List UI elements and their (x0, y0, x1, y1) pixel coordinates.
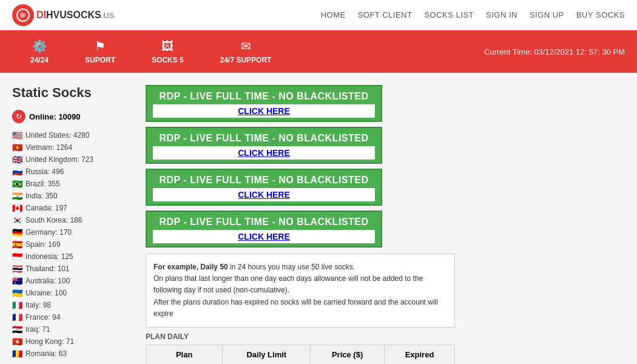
flag-icon: 🇺🇸 (12, 130, 22, 140)
rdp-title: RDP - LIVE FULL TIME - NO BLACKLISTED (153, 217, 375, 228)
rdp-link[interactable]: CLICK HERE (153, 104, 375, 118)
flag-icon: 🇰🇷 (12, 215, 22, 225)
country-name: Iraq: 71 (25, 325, 50, 334)
country-item: 🇦🇺Australia: 100 (12, 275, 133, 287)
country-item: 🇷🇴Romania: 63 (12, 348, 133, 360)
nav-buy-socks[interactable]: BUY SOCKS (576, 10, 625, 19)
flag-icon: 🇫🇷 (12, 312, 22, 322)
country-item: 🇫🇷France: 94 (12, 311, 133, 323)
online-badge: ↻ Online: 10090 (12, 110, 133, 123)
info-text4: After the plans duration has expired no … (153, 298, 438, 318)
toolbar-socks5-label: SOCKS 5 (152, 56, 184, 64)
country-list: 🇺🇸United States: 4280🇻🇳Vietnam: 1264🇬🇧Un… (12, 129, 133, 360)
country-name: Canada: 197 (25, 204, 67, 212)
rdp-title: RDP - LIVE FULL TIME - NO BLACKLISTED (153, 133, 375, 144)
flag-icon: 🇷🇴 (12, 349, 22, 359)
flag-icon: 🇦🇺 (12, 276, 22, 286)
flag-icon: 🇮🇹 (12, 300, 22, 310)
country-name: Romania: 63 (25, 349, 67, 358)
rdp-link[interactable]: CLICK HERE (153, 230, 375, 243)
toolbar-support247-label: 24/7 SUPPORT (220, 56, 272, 64)
toolbar-items: ⚙️ 24/24 ⚑ SUPORT 🖼 SOCKS 5 ✉ 24/7 SUPPO… (12, 39, 484, 64)
flag-icon: 🇷🇺 (12, 167, 22, 177)
sidebar: Static Socks ↻ Online: 10090 🇺🇸United St… (12, 85, 133, 364)
country-name: France: 94 (25, 313, 60, 322)
country-name: United Kingdom: 723 (25, 155, 93, 164)
country-item: 🇮🇩Indonesia: 125 (12, 251, 133, 263)
rdp-title: RDP - LIVE FULL TIME - NO BLACKLISTED (153, 91, 375, 102)
content-area: RDP - LIVE FULL TIME - NO BLACKLISTED CL… (146, 85, 625, 364)
image-icon: 🖼 (161, 39, 174, 53)
country-item: 🇰🇷South Korea: 186 (12, 214, 133, 226)
rdp-button-4[interactable]: RDP - LIVE FULL TIME - NO BLACKLISTED CL… (146, 211, 382, 248)
toolbar-socks5[interactable]: 🖼 SOCKS 5 (133, 39, 202, 64)
country-name: Vietnam: 1264 (25, 143, 72, 152)
nav-sign-up[interactable]: SIGN UP (530, 10, 564, 19)
country-item: 🇮🇶Iraq: 71 (12, 323, 133, 335)
rdp-buttons: RDP - LIVE FULL TIME - NO BLACKLISTED CL… (146, 85, 625, 248)
country-name: Italy: 98 (25, 301, 51, 309)
country-item: 🇭🇰Hong Kong: 71 (12, 335, 133, 348)
country-item: 🇷🇺Russia: 496 (12, 166, 133, 178)
country-item: 🇬🇧United Kingdom: 723 (12, 153, 133, 166)
rdp-link[interactable]: CLICK HERE (153, 188, 375, 201)
table-header-cell: Expired (384, 345, 454, 364)
country-name: India: 350 (25, 192, 58, 200)
logo-text: DIHVUSOCKS.US (36, 10, 114, 21)
rdp-button-2[interactable]: RDP - LIVE FULL TIME - NO BLACKLISTED CL… (146, 127, 382, 164)
nav-sign-in[interactable]: SIGN IN (486, 10, 517, 19)
info-daily50: For example, Daily 50 (153, 263, 228, 271)
info-box: For example, Daily 50 in 24 hours you ma… (146, 254, 455, 328)
country-item: 🇪🇸Spain: 169 (12, 238, 133, 251)
country-item: 🇹🇭Thailand: 101 (12, 263, 133, 275)
flag-icon: 🇨🇦 (12, 203, 22, 213)
country-item: 🇮🇹Italy: 98 (12, 299, 133, 311)
country-name: South Korea: 186 (25, 216, 82, 224)
settings-icon: ⚙️ (32, 39, 47, 53)
table-header-cell: Daily Limit (223, 345, 311, 364)
flag-icon: 🇮🇩 (12, 252, 22, 261)
flag-icon: 🇻🇳 (12, 143, 22, 152)
toolbar-24-24-label: 24/24 (30, 56, 49, 64)
country-name: Germany: 170 (25, 228, 72, 237)
country-item: 🇨🇦Canada: 197 (12, 202, 133, 214)
sidebar-title: Static Socks (12, 85, 133, 101)
toolbar-support-label: SUPORT (85, 56, 115, 64)
rdp-button-1[interactable]: RDP - LIVE FULL TIME - NO BLACKLISTED CL… (146, 85, 382, 122)
country-item: 🇻🇳Vietnam: 1264 (12, 141, 133, 153)
logo-icon (12, 4, 34, 26)
toolbar-support247[interactable]: ✉ 24/7 SUPPORT (202, 39, 290, 64)
table-header-cell: Plan (146, 345, 223, 364)
country-item: 🇺🇸United States: 4280 (12, 129, 133, 141)
flag-icon: 🇭🇰 (12, 337, 22, 346)
country-name: Spain: 169 (25, 240, 60, 249)
toolbar-support[interactable]: ⚑ SUPORT (67, 39, 133, 64)
table-header-cell: Price ($) (311, 345, 385, 364)
refresh-icon: ↻ (12, 110, 25, 123)
country-item: 🇺🇦Ukraine: 100 (12, 287, 133, 299)
flag-icon: 🇧🇷 (12, 179, 22, 189)
nav-home[interactable]: HOME (321, 10, 346, 19)
nav-socks-list[interactable]: SOCKS LIST (424, 10, 474, 19)
flag-icon: 🇺🇦 (12, 288, 22, 298)
flag-icon: 🇪🇸 (12, 240, 22, 249)
online-count: Online: 10090 (29, 112, 81, 121)
plan-label: PLAN DAILY (146, 332, 625, 341)
country-name: Australia: 100 (25, 277, 70, 285)
mail-icon: ✉ (241, 39, 251, 53)
plan-table: PlanDaily LimitPrice ($)Expired Test501$… (146, 345, 455, 364)
rdp-button-3[interactable]: RDP - LIVE FULL TIME - NO BLACKLISTED CL… (146, 169, 382, 206)
country-name: Russia: 496 (25, 167, 64, 176)
country-item: 🇩🇪Germany: 170 (12, 226, 133, 238)
logo: DIHVUSOCKS.US (12, 4, 114, 26)
toolbar-time: Current Time: 03/12/2021 12: 57: 30 PM (484, 47, 625, 56)
main-content: Static Socks ↻ Online: 10090 🇺🇸United St… (0, 73, 637, 364)
toolbar-24-24[interactable]: ⚙️ 24/24 (12, 39, 67, 64)
flag-icon: ⚑ (95, 39, 106, 53)
rdp-link[interactable]: CLICK HERE (153, 146, 375, 160)
flag-icon: 🇮🇶 (12, 325, 22, 334)
nav-soft-client[interactable]: SOFT CLIENT (358, 10, 413, 19)
country-item: 🇮🇳India: 350 (12, 190, 133, 202)
country-name: Hong Kong: 71 (25, 337, 74, 346)
flag-icon: 🇹🇭 (12, 264, 22, 274)
